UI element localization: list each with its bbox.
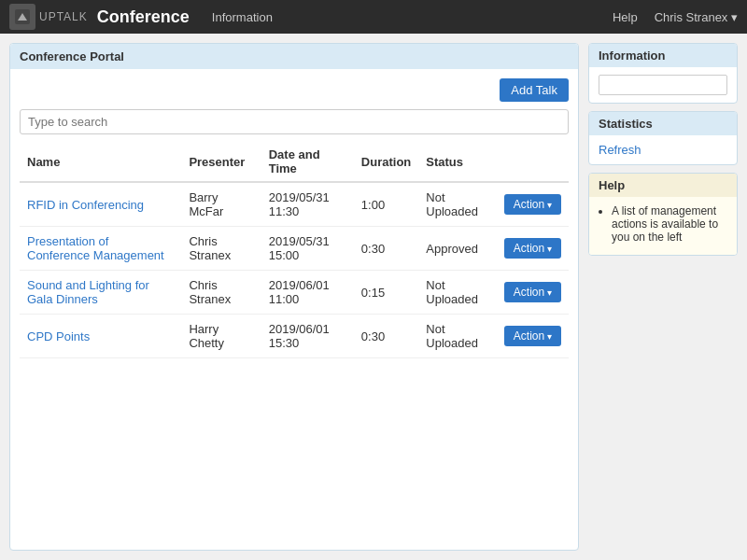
talk-duration-cell: 0:30	[354, 227, 418, 271]
add-talk-button[interactable]: Add Talk	[500, 78, 569, 102]
talk-status-cell: Approved	[418, 227, 497, 271]
col-datetime: Date and Time	[261, 142, 354, 182]
talk-name-link[interactable]: Sound and Lighting for Gala Dinners	[27, 278, 149, 306]
table-row: CPD PointsHarry Chetty2019/06/01 15:300:…	[20, 315, 569, 358]
talk-status-cell: Not Uploaded	[418, 182, 497, 227]
col-presenter: Presenter	[181, 142, 261, 182]
search-input[interactable]	[20, 109, 569, 134]
panel-toolbar: Add Talk	[20, 78, 569, 102]
top-nav: UPTALK Conference Information Help Chris…	[0, 0, 747, 34]
table-row: Sound and Lighting for Gala DinnersChris…	[20, 271, 569, 315]
talk-name-link[interactable]: CPD Points	[27, 329, 90, 343]
nav-info-link[interactable]: Information	[212, 10, 273, 24]
refresh-link[interactable]: Refresh	[599, 143, 641, 157]
col-duration: Duration	[354, 142, 418, 182]
talks-table: Name Presenter Date and Time Duration St…	[20, 142, 569, 358]
talk-name-cell: Presentation of Conference Management	[20, 227, 181, 271]
nav-right: Help Chris Stranex ▾	[613, 10, 738, 24]
nav-title: Conference	[97, 7, 190, 27]
main-panel: Conference Portal Add Talk Name Presente…	[9, 43, 579, 551]
talk-name-cell: Sound and Lighting for Gala Dinners	[20, 271, 181, 315]
col-status: Status	[418, 142, 497, 182]
talk-status-cell: Not Uploaded	[418, 315, 497, 358]
talk-action-cell: Action	[497, 315, 569, 358]
talk-duration-cell: 0:15	[354, 271, 418, 315]
talk-datetime-cell: 2019/06/01 15:30	[261, 315, 354, 358]
table-row: Presentation of Conference ManagementChr…	[20, 227, 569, 271]
statistics-box: Statistics Refresh	[588, 111, 738, 165]
logo-icon	[9, 4, 35, 30]
talk-name-link[interactable]: RFID in Conferencing	[27, 198, 144, 212]
help-box: Help A list of management actions is ava…	[588, 173, 738, 256]
statistics-header: Statistics	[589, 112, 737, 135]
col-name: Name	[20, 142, 181, 182]
information-header: Information	[589, 44, 737, 67]
help-body: A list of management actions is availabl…	[589, 197, 737, 255]
talk-presenter-cell: Harry Chetty	[181, 315, 261, 358]
panel-header: Conference Portal	[10, 44, 578, 69]
talk-presenter-cell: Chris Stranex	[181, 227, 261, 271]
talk-datetime-cell: 2019/05/31 11:30	[261, 182, 354, 227]
help-text: A list of management actions is availabl…	[612, 204, 727, 244]
table-row: RFID in ConferencingBarry McFar2019/05/3…	[20, 182, 569, 227]
action-button[interactable]: Action	[504, 238, 561, 259]
talk-duration-cell: 1:00	[354, 182, 418, 227]
information-box: Information	[588, 43, 738, 104]
statistics-body: Refresh	[589, 135, 737, 164]
nav-user-link[interactable]: Chris Stranex ▾	[655, 10, 738, 24]
talk-action-cell: Action	[497, 227, 569, 271]
page-body: Conference Portal Add Talk Name Presente…	[0, 34, 747, 560]
talk-action-cell: Action	[497, 271, 569, 315]
talk-action-cell: Action	[497, 182, 569, 227]
talk-name-link[interactable]: Presentation of Conference Management	[27, 234, 164, 262]
talk-datetime-cell: 2019/06/01 11:00	[261, 271, 354, 315]
col-action	[497, 142, 569, 182]
action-button[interactable]: Action	[504, 282, 561, 302]
talk-name-cell: CPD Points	[20, 315, 181, 358]
logo: UPTALK	[9, 4, 88, 30]
talk-presenter-cell: Chris Stranex	[181, 271, 261, 315]
brand: UPTALK Conference Information	[9, 4, 273, 30]
nav-help-link[interactable]: Help	[613, 10, 638, 24]
talk-presenter-cell: Barry McFar	[181, 182, 261, 227]
help-header: Help	[589, 174, 737, 197]
information-body	[589, 67, 737, 103]
talk-name-cell: RFID in Conferencing	[20, 182, 181, 227]
logo-text: UPTALK	[39, 10, 88, 23]
action-button[interactable]: Action	[504, 194, 561, 215]
talk-datetime-cell: 2019/05/31 15:00	[261, 227, 354, 271]
action-button[interactable]: Action	[504, 326, 561, 346]
information-input[interactable]	[599, 75, 727, 95]
table-header-row: Name Presenter Date and Time Duration St…	[20, 142, 569, 182]
talk-duration-cell: 0:30	[354, 315, 418, 358]
talk-status-cell: Not Uploaded	[418, 271, 497, 315]
uptalk-logo-svg	[14, 8, 31, 25]
right-sidebar: Information Statistics Refresh Help A li…	[588, 43, 738, 551]
